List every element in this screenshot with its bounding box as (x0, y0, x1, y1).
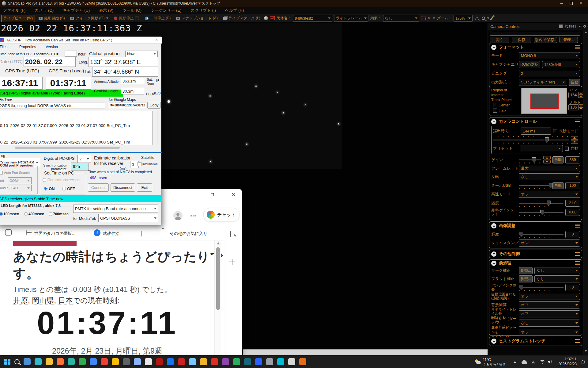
background-subtract-dropdown[interactable]: オフ (519, 301, 580, 309)
flip-after-dark-dropdown[interactable]: なし (519, 320, 580, 327)
binning-dropdown[interactable]: 2 (519, 70, 580, 77)
pause-button[interactable]: 一時停止 (P) (143, 15, 172, 22)
preprocessing-header[interactable]: 前処理 (491, 260, 580, 266)
hacstip-menu-version[interactable]: Version (46, 45, 58, 49)
live-stack-button[interactable]: ライブスタック (L) (221, 15, 262, 22)
satellite-trail-dropdown[interactable]: オフ (519, 310, 580, 317)
mode-dropdown[interactable]: MONO 8 (519, 52, 580, 59)
slider-thumb[interactable] (540, 210, 544, 215)
menu-icon[interactable] (575, 252, 580, 253)
favorite-item-tobacco[interactable]: 世界のタバコの通販... (34, 231, 75, 236)
gain-auto-button[interactable]: 自動 (552, 156, 564, 163)
taskbar-app-icon[interactable] (24, 358, 31, 365)
ime-indicator[interactable]: A (532, 360, 535, 364)
collapse-icon[interactable] (491, 223, 496, 228)
copy-button[interactable]: Copy (147, 102, 161, 109)
menu-icon[interactable] (575, 120, 580, 121)
format-section-header[interactable]: フォーマット (491, 43, 580, 51)
capture-start-button[interactable]: 撮影開始 (S) (37, 15, 66, 22)
hacstip-menu-properties[interactable]: Properties (19, 45, 36, 49)
menu-sequencer[interactable]: シーケンサー (E) (151, 8, 181, 13)
sync-log-textarea[interactable]: 0.10 2026-02-23 01:37:07.000 2026-02-23 … (0, 111, 153, 145)
framerate-dropdown[interactable]: 最大 (519, 165, 580, 172)
exp-gain-shift-slider[interactable] (519, 209, 564, 216)
taskbar-search-icon[interactable] (14, 359, 20, 364)
image-adjust-header[interactable]: 画像調整 (491, 222, 580, 230)
menu-icon[interactable] (575, 224, 580, 225)
sync-param-value[interactable]: 925 (71, 163, 89, 171)
satellite-info-checkbox[interactable] (138, 162, 141, 166)
exit-button[interactable]: Exit (137, 183, 152, 192)
flip-dropdown[interactable]: なし (519, 173, 580, 180)
roi-preview[interactable] (521, 88, 567, 114)
collapse-icon[interactable] (491, 119, 496, 124)
taskbar-app-icon[interactable] (79, 358, 86, 365)
hacstip-close-icon[interactable]: × (153, 37, 160, 43)
country-link[interactable]: 日本 (58, 296, 73, 305)
connect-button[interactable]: Connect (88, 183, 109, 192)
tray-chevron-up-icon[interactable] (514, 361, 516, 363)
onedrive-icon[interactable] (522, 361, 527, 364)
taskbar-app-icon[interactable] (101, 358, 108, 365)
taskbar-app-icon[interactable] (46, 358, 53, 365)
slider-thumb[interactable] (545, 137, 549, 143)
chevron-down-icon[interactable] (487, 17, 489, 19)
favorite-item-person[interactable]: 武政伸治 (103, 231, 119, 236)
taskbar-app-icon[interactable] (68, 358, 75, 365)
pmtk-dropdown[interactable]: PMTK for setting Baud rate at connectio (73, 205, 158, 213)
menu-icon[interactable] (575, 339, 580, 340)
output-format-dropdown[interactable]: SERファイル(*.ser) (519, 79, 567, 86)
taskbar-app-icon[interactable] (233, 358, 240, 365)
taskbar-app-icon[interactable] (35, 358, 42, 365)
dark-correction-dropdown[interactable]: なし (534, 267, 580, 274)
panel-scrollbar[interactable] (583, 30, 588, 355)
taskbar-app-icon[interactable] (167, 358, 174, 365)
object-name-combo[interactable]: 84863test2 (293, 15, 332, 22)
histogram-header[interactable]: ヒストグラムストレッチ (491, 337, 580, 345)
taskbar-app-icon[interactable] (57, 358, 64, 365)
banding-slider[interactable] (519, 284, 564, 291)
sidebar-search-icon[interactable] (230, 231, 231, 237)
taskbar-app-icon[interactable] (189, 358, 196, 365)
timestamp-dropdown[interactable]: オン (519, 240, 580, 247)
scrollbar-thumb[interactable] (216, 247, 220, 310)
global-position-dropdown[interactable]: Now (125, 51, 158, 57)
menu-tools[interactable]: ツール (O) (123, 8, 141, 13)
exposure-input[interactable]: 144 ms (521, 128, 551, 135)
output-auto-button[interactable]: 自動 (569, 79, 580, 86)
browser-close-button[interactable]: ✕ (227, 189, 241, 201)
minimize-icon[interactable]: ─ (560, 1, 563, 6)
capture-stop-button[interactable]: 撮影停止 (T) (112, 15, 141, 22)
prefecture-link[interactable]: 岡山県 (32, 296, 54, 305)
chevron-right-icon[interactable] (141, 231, 142, 237)
menu-script[interactable]: スクリプト (I) (190, 8, 216, 13)
preset-dropdown[interactable] (521, 145, 563, 152)
browser-settings-button[interactable] (190, 215, 196, 217)
on-radio[interactable] (44, 187, 47, 190)
slider-thumb[interactable] (519, 285, 523, 290)
save-button[interactable]: 保存 (512, 37, 531, 43)
planet-icon[interactable] (264, 16, 268, 20)
led-700-radio[interactable] (49, 212, 52, 216)
scroll-down-icon[interactable] (585, 350, 587, 352)
menu-icon[interactable] (575, 261, 580, 262)
taskbar-clock[interactable]: 1:37:11 2026/02/23 (558, 357, 577, 366)
slider-thumb[interactable] (549, 183, 553, 188)
clear-selection-icon[interactable]: ✕ (428, 16, 431, 21)
selection-area-icon[interactable] (421, 17, 426, 20)
start-button[interactable] (4, 359, 10, 365)
slider-thumb[interactable] (547, 201, 551, 206)
camera-control-header[interactable]: カメラコントロール (491, 117, 580, 125)
effects-combo[interactable]: なし (383, 15, 419, 22)
taskbar-app-icon[interactable] (156, 358, 163, 365)
live-view-button[interactable]: ライブビュー (W) (1, 15, 35, 22)
auto-port-checkbox[interactable] (0, 171, 3, 174)
quick-capture-button[interactable]: クイック撮影 (Q) (68, 15, 110, 22)
turbo-usb-auto-button[interactable]: 自動 (552, 182, 564, 189)
one-time-radio[interactable] (43, 178, 46, 182)
notification-bell-icon[interactable] (581, 360, 586, 364)
roi-select-button[interactable]: ROIの選択 (519, 61, 540, 68)
log-horizontal-scrollbar[interactable] (0, 146, 153, 150)
taskbar-app-icon[interactable] (134, 358, 141, 365)
browser-minimize-button[interactable]: ─ (184, 189, 198, 201)
